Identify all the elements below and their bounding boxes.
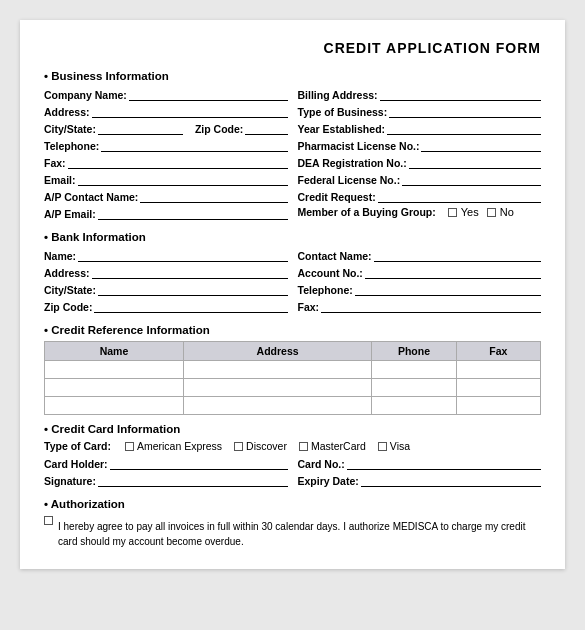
bank-zip-input[interactable] <box>94 299 287 313</box>
type-business-label: Type of Business: <box>298 106 388 118</box>
company-name-label: Company Name: <box>44 89 127 101</box>
ref-row2-phone[interactable] <box>372 379 456 397</box>
card-holder-input[interactable] <box>110 456 288 470</box>
year-established-input[interactable] <box>387 121 541 135</box>
billing-address-input[interactable] <box>380 87 541 101</box>
dea-registration-input[interactable] <box>409 155 541 169</box>
mastercard-label: MasterCard <box>311 440 366 452</box>
ref-table-phone-header: Phone <box>372 342 456 361</box>
ref-row1-fax[interactable] <box>456 361 540 379</box>
telephone-row: Telephone: <box>44 138 288 152</box>
card-no-input[interactable] <box>347 456 541 470</box>
ref-row1-name[interactable] <box>45 361 184 379</box>
bank-fax-label: Fax: <box>298 301 320 313</box>
federal-license-input[interactable] <box>402 172 541 186</box>
card-holder-label: Card Holder: <box>44 458 108 470</box>
section-bank-header: Bank Information <box>44 231 541 243</box>
ap-contact-row: A/P Contact Name: <box>44 189 288 203</box>
ref-row1-address[interactable] <box>183 361 371 379</box>
email-row: Email: <box>44 172 288 186</box>
buying-group-yes-checkbox[interactable] <box>448 208 457 217</box>
signature-input[interactable] <box>98 473 288 487</box>
amex-checkbox[interactable] <box>125 442 134 451</box>
ref-row2-fax[interactable] <box>456 379 540 397</box>
credit-request-row: Credit Request: <box>298 189 542 203</box>
credit-reference-table: Name Address Phone Fax <box>44 341 541 415</box>
account-no-input[interactable] <box>365 265 541 279</box>
contact-name-row: Contact Name: <box>298 248 542 262</box>
telephone-label: Telephone: <box>44 140 99 152</box>
pharmacist-license-row: Pharmacist License No.: <box>298 138 542 152</box>
ref-table-row <box>45 361 541 379</box>
company-name-row: Company Name: <box>44 87 288 101</box>
bank-address-input[interactable] <box>92 265 288 279</box>
bank-left: Name: Address: City/State: Zip Code: <box>44 248 288 316</box>
bank-address-label: Address: <box>44 267 90 279</box>
zip-input[interactable] <box>245 121 287 135</box>
company-name-input[interactable] <box>129 87 288 101</box>
expiry-date-row: Expiry Date: <box>298 473 542 487</box>
ref-row2-name[interactable] <box>45 379 184 397</box>
ref-table-fax-header: Fax <box>456 342 540 361</box>
authorization-section: I hereby agree to pay all invoices in fu… <box>44 515 541 549</box>
pharmacist-license-input[interactable] <box>421 138 541 152</box>
fax-input[interactable] <box>68 155 288 169</box>
bank-city-input[interactable] <box>98 282 288 296</box>
billing-address-row: Billing Address: <box>298 87 542 101</box>
address-input[interactable] <box>92 104 288 118</box>
credit-request-input[interactable] <box>378 189 541 203</box>
bank-zip-label: Zip Code: <box>44 301 92 313</box>
ap-contact-input[interactable] <box>140 189 287 203</box>
ref-row3-phone[interactable] <box>372 397 456 415</box>
bank-telephone-input[interactable] <box>355 282 541 296</box>
section-credit-card-header: Credit Card Information <box>44 423 541 435</box>
account-no-row: Account No.: <box>298 265 542 279</box>
ref-table-address-header: Address <box>183 342 371 361</box>
type-business-row: Type of Business: <box>298 104 542 118</box>
ref-row3-fax[interactable] <box>456 397 540 415</box>
type-business-input[interactable] <box>389 104 541 118</box>
visa-label: Visa <box>390 440 410 452</box>
expiry-date-input[interactable] <box>361 473 541 487</box>
section-credit-ref-header: Credit Reference Information <box>44 324 541 336</box>
telephone-input[interactable] <box>101 138 287 152</box>
bank-fax-input[interactable] <box>321 299 541 313</box>
bank-fax-row: Fax: <box>298 299 542 313</box>
ref-row3-name[interactable] <box>45 397 184 415</box>
contact-name-input[interactable] <box>374 248 541 262</box>
authorization-text: I hereby agree to pay all invoices in fu… <box>58 519 541 549</box>
visa-checkbox[interactable] <box>378 442 387 451</box>
card-holder-row: Card Holder: <box>44 456 288 470</box>
buying-group-no-checkbox[interactable] <box>487 208 496 217</box>
card-type-row: Type of Card: American Express Discover … <box>44 440 541 452</box>
ap-email-input[interactable] <box>98 206 288 220</box>
email-label: Email: <box>44 174 76 186</box>
authorization-checkbox[interactable] <box>44 516 53 525</box>
business-left: Company Name: Address: City/State: Zip C… <box>44 87 288 223</box>
bank-info-section: Name: Address: City/State: Zip Code: <box>44 248 541 316</box>
ref-row2-address[interactable] <box>183 379 371 397</box>
card-right: Card No.: Expiry Date: <box>298 456 542 490</box>
bank-zip-row: Zip Code: <box>44 299 288 313</box>
business-info-section: Company Name: Address: City/State: Zip C… <box>44 87 541 223</box>
discover-checkbox[interactable] <box>234 442 243 451</box>
ap-email-label: A/P Email: <box>44 208 96 220</box>
bank-telephone-row: Telephone: <box>298 282 542 296</box>
card-left: Card Holder: Signature: <box>44 456 288 490</box>
mastercard-checkbox[interactable] <box>299 442 308 451</box>
bank-telephone-label: Telephone: <box>298 284 353 296</box>
ref-row3-address[interactable] <box>183 397 371 415</box>
bank-name-input[interactable] <box>78 248 287 262</box>
address-label: Address: <box>44 106 90 118</box>
discover-option: Discover <box>234 440 287 452</box>
city-state-label: City/State: <box>44 123 96 135</box>
amex-option: American Express <box>125 440 222 452</box>
ap-email-row: A/P Email: <box>44 206 288 220</box>
card-no-row: Card No.: <box>298 456 542 470</box>
card-fields-section: Card Holder: Signature: Card No.: <box>44 456 541 490</box>
city-state-input[interactable] <box>98 121 183 135</box>
ref-row1-phone[interactable] <box>372 361 456 379</box>
email-input[interactable] <box>78 172 288 186</box>
amex-label: American Express <box>137 440 222 452</box>
year-established-row: Year Established: <box>298 121 542 135</box>
